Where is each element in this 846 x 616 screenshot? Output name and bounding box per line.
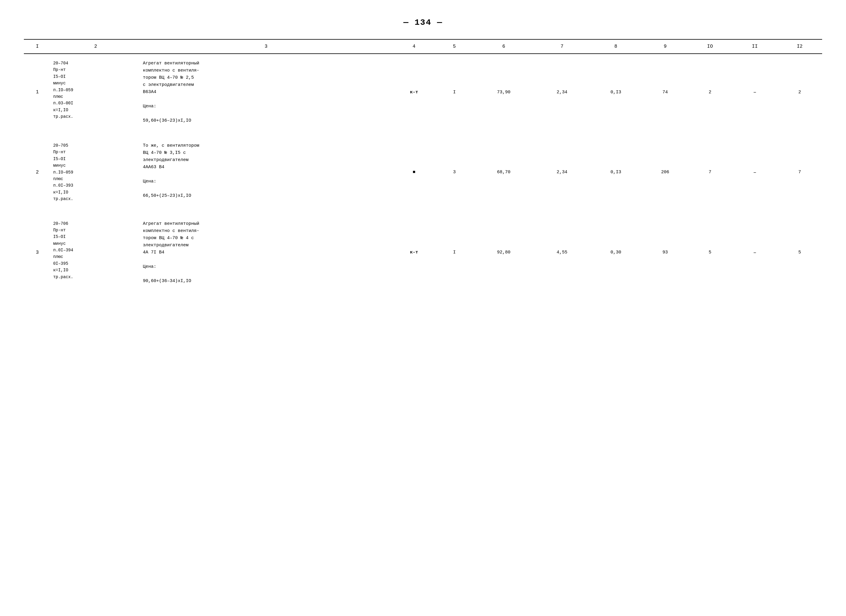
- page-title: — 134 —: [24, 18, 822, 27]
- col-header-9: 9: [643, 40, 687, 54]
- col-header-11: II: [732, 40, 777, 54]
- row-col11: –: [732, 54, 777, 130]
- row-description: Агрегат вентиляторный комплектно с венти…: [141, 214, 392, 291]
- col-header-5: 5: [437, 40, 472, 54]
- row-col12: 5: [777, 214, 822, 291]
- row-unit: к-т: [391, 214, 436, 291]
- row-col6: 68,70: [472, 136, 535, 208]
- row-col12: 7: [777, 136, 822, 208]
- row-col5: 3: [437, 136, 472, 208]
- row-col11: –: [732, 136, 777, 208]
- col-header-2: 2: [51, 40, 141, 54]
- col-header-6: 6: [472, 40, 535, 54]
- row-col5: I: [437, 54, 472, 130]
- row-col7: 2,34: [535, 54, 589, 130]
- row-col8: 0,I3: [589, 136, 643, 208]
- col-header-1: I: [24, 40, 51, 54]
- row-num: 2: [24, 136, 51, 208]
- row-code: 20–706 Пр-нт I5–OI минус п.0I–394 плюс 0…: [51, 214, 141, 291]
- spacer-row: [24, 208, 822, 214]
- col-header-4: 4: [391, 40, 436, 54]
- row-col9: 93: [643, 214, 687, 291]
- row-col9: 206: [643, 136, 687, 208]
- row-col7: 4,55: [535, 214, 589, 291]
- table-header-row: I 2 3 4 5 6 7 8 9 IO II I2: [24, 40, 822, 54]
- col-header-12: I2: [777, 40, 822, 54]
- row-num: 1: [24, 54, 51, 130]
- row-col10: 7: [687, 136, 732, 208]
- row-unit: ■: [391, 136, 436, 208]
- row-col11: –: [732, 214, 777, 291]
- row-col10: 2: [687, 54, 732, 130]
- col-header-8: 8: [589, 40, 643, 54]
- col-header-3: 3: [141, 40, 392, 54]
- row-col5: I: [437, 214, 472, 291]
- row-col12: 2: [777, 54, 822, 130]
- row-description: То же, с вентилятором ВЦ 4–70 № 3,I5 с э…: [141, 136, 392, 208]
- col-header-7: 7: [535, 40, 589, 54]
- row-num: 3: [24, 214, 51, 291]
- row-col10: 5: [687, 214, 732, 291]
- main-table: I 2 3 4 5 6 7 8 9 IO II I2 120–704 Пр-нт…: [24, 39, 822, 291]
- spacer-row: [24, 130, 822, 136]
- row-col9: 74: [643, 54, 687, 130]
- row-col8: 0,30: [589, 214, 643, 291]
- row-col6: 73,90: [472, 54, 535, 130]
- row-col7: 2,34: [535, 136, 589, 208]
- row-code: 20–705 Пр-нт I5–OI минус п.IO–059 плюс п…: [51, 136, 141, 208]
- row-col6: 92,80: [472, 214, 535, 291]
- row-code: 20–704 Пр-нт I5–OI минус п.IO–059 плюс п…: [51, 54, 141, 130]
- table-row: 220–705 Пр-нт I5–OI минус п.IO–059 плюс …: [24, 136, 822, 208]
- table-row: 320–706 Пр-нт I5–OI минус п.0I–394 плюс …: [24, 214, 822, 291]
- col-header-10: IO: [687, 40, 732, 54]
- row-description: Агрегат вентиляторный комплектно с венти…: [141, 54, 392, 130]
- row-unit: к-т: [391, 54, 436, 130]
- table-row: 120–704 Пр-нт I5–OI минус п.IO–059 плюс …: [24, 54, 822, 130]
- row-col8: 0,I3: [589, 54, 643, 130]
